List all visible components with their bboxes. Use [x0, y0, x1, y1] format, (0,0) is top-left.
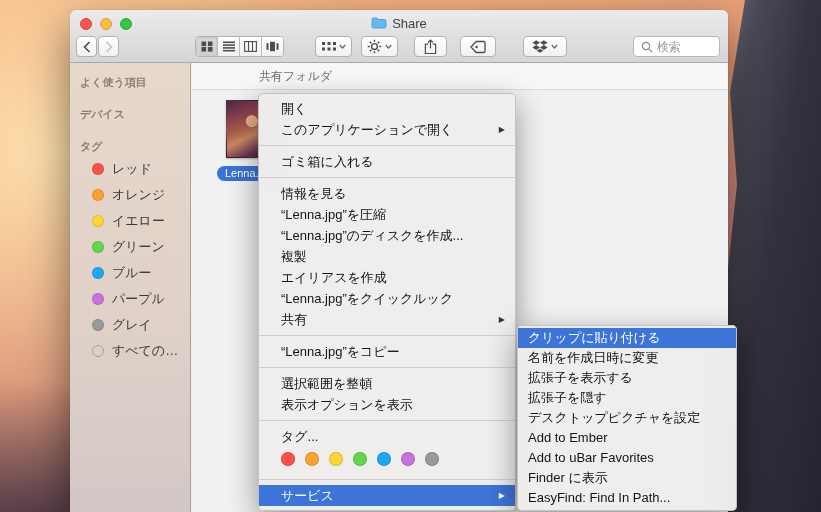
chevron-down-icon: [385, 44, 392, 49]
back-button[interactable]: [76, 36, 97, 57]
tag-label: ブルー: [112, 264, 152, 282]
context-menu: 開く このアプリケーションで開く ゴミ箱に入れる 情報を見る “Lenna.jp…: [258, 93, 516, 511]
action-button[interactable]: [361, 36, 398, 57]
menu-separator: [259, 177, 515, 178]
list-view-icon: [223, 41, 235, 52]
gear-icon: [367, 39, 382, 54]
chevron-down-icon: [551, 44, 558, 49]
menu-tag-dot-purple[interactable]: [401, 452, 415, 466]
window-title: Share: [392, 16, 427, 31]
menu-item-tags[interactable]: タグ...: [259, 426, 515, 447]
folder-icon: [371, 17, 387, 29]
menu-item-services[interactable]: サービス: [259, 485, 515, 506]
chevron-down-icon: [339, 44, 346, 49]
tag-dot-all-icon: [92, 345, 104, 357]
share-button[interactable]: [414, 36, 447, 57]
menu-tag-dot-red[interactable]: [281, 452, 295, 466]
search-field[interactable]: [633, 36, 720, 57]
menu-separator: [259, 145, 515, 146]
arrange-button[interactable]: [315, 36, 352, 57]
menu-separator: [259, 479, 515, 480]
submenu-item-add-to-ember[interactable]: Add to Ember: [518, 428, 736, 448]
window-title-area: Share: [70, 15, 728, 31]
sidebar: よく使う項目 デバイス タグ レッド オレンジ イエロー グリーン ブルー パー…: [70, 63, 191, 512]
submenu-item-add-to-ubar-favorites[interactable]: Add to uBar Favorites: [518, 448, 736, 468]
menu-item-make-alias[interactable]: エイリアスを作成: [259, 267, 515, 288]
tag-label: オレンジ: [112, 186, 165, 204]
menu-tag-dot-gray[interactable]: [425, 452, 439, 466]
submenu-item-rename-to-creation-date[interactable]: 名前を作成日時に変更: [518, 348, 736, 368]
menu-item-quick-look[interactable]: “Lenna.jpg”をクイックルック: [259, 288, 515, 309]
tag-label: イエロー: [112, 212, 165, 230]
menu-separator: [259, 335, 515, 336]
tag-label: グレイ: [112, 316, 152, 334]
dropbox-button[interactable]: [523, 36, 567, 57]
view-list-button[interactable]: [218, 37, 240, 56]
sidebar-header-favorites: よく使う項目: [70, 73, 190, 92]
columns-view-icon: [244, 41, 257, 52]
coverflow-view-icon: [266, 41, 279, 52]
tag-label: グリーン: [112, 238, 165, 256]
tag-button[interactable]: [460, 36, 496, 57]
submenu-item-show-extension[interactable]: 拡張子を表示する: [518, 368, 736, 388]
menu-item-share[interactable]: 共有: [259, 309, 515, 330]
menu-item-duplicate[interactable]: 複製: [259, 246, 515, 267]
menu-item-open-with[interactable]: このアプリケーションで開く: [259, 119, 515, 140]
tag-label: すべての…: [112, 342, 178, 360]
submenu-item-paste-to-clip[interactable]: クリップに貼り付ける: [518, 328, 736, 348]
tag-dot-gray-icon: [92, 319, 104, 331]
tag-label: レッド: [112, 160, 152, 178]
services-submenu: クリップに貼り付ける 名前を作成日時に変更 拡張子を表示する 拡張子を隠す デス…: [517, 325, 737, 511]
menu-item-clean-up-selection[interactable]: 選択範囲を整頓: [259, 373, 515, 394]
menu-tag-dot-yellow[interactable]: [329, 452, 343, 466]
sidebar-item-tag-red[interactable]: レッド: [70, 156, 190, 182]
submenu-item-easyfind[interactable]: EasyFind: Find In Path...: [518, 488, 736, 508]
sidebar-item-all-tags[interactable]: すべての…: [70, 338, 190, 364]
menu-item-compress[interactable]: “Lenna.jpg”を圧縮: [259, 204, 515, 225]
tag-dot-blue-icon: [92, 267, 104, 279]
window-chrome: Share: [70, 10, 728, 63]
view-coverflow-button[interactable]: [262, 37, 283, 56]
grid-view-icon: [201, 41, 213, 52]
tag-dot-orange-icon: [92, 189, 104, 201]
tag-label: パープル: [112, 290, 165, 308]
menu-item-move-to-trash[interactable]: ゴミ箱に入れる: [259, 151, 515, 172]
sidebar-item-tag-blue[interactable]: ブルー: [70, 260, 190, 286]
menu-tag-dots: [259, 447, 515, 474]
sidebar-item-tag-green[interactable]: グリーン: [70, 234, 190, 260]
menu-tag-dot-blue[interactable]: [377, 452, 391, 466]
search-input[interactable]: [634, 37, 719, 56]
forward-button[interactable]: [98, 36, 119, 57]
tag-dot-red-icon: [92, 163, 104, 175]
chevron-left-icon: [83, 41, 91, 53]
dropbox-icon: [532, 40, 548, 54]
arrange-icon: [322, 42, 336, 51]
menu-item-open[interactable]: 開く: [259, 98, 515, 119]
submenu-item-show-in-finder[interactable]: Finder に表示: [518, 468, 736, 488]
submenu-item-set-desktop-picture[interactable]: デスクトップピクチャを設定: [518, 408, 736, 428]
sidebar-header-devices: デバイス: [70, 105, 190, 124]
menu-item-get-info[interactable]: 情報を見る: [259, 183, 515, 204]
sidebar-item-tag-yellow[interactable]: イエロー: [70, 208, 190, 234]
menu-tag-dot-green[interactable]: [353, 452, 367, 466]
menu-separator: [259, 367, 515, 368]
submenu-item-hide-extension[interactable]: 拡張子を隠す: [518, 388, 736, 408]
tag-dot-green-icon: [92, 241, 104, 253]
sidebar-item-tag-gray[interactable]: グレイ: [70, 312, 190, 338]
view-switcher: [195, 36, 284, 57]
menu-item-copy[interactable]: “Lenna.jpg”をコピー: [259, 341, 515, 362]
menu-separator: [259, 420, 515, 421]
content-header: 共有フォルダ: [192, 63, 728, 90]
tag-dot-yellow-icon: [92, 215, 104, 227]
menu-item-burn-disc[interactable]: “Lenna.jpg”のディスクを作成...: [259, 225, 515, 246]
sidebar-header-tags: タグ: [70, 137, 190, 156]
view-columns-button[interactable]: [240, 37, 262, 56]
sidebar-item-tag-orange[interactable]: オレンジ: [70, 182, 190, 208]
menu-tag-dot-orange[interactable]: [305, 452, 319, 466]
sidebar-item-tag-purple[interactable]: パープル: [70, 286, 190, 312]
view-icons-button[interactable]: [196, 37, 218, 56]
menu-item-show-view-options[interactable]: 表示オプションを表示: [259, 394, 515, 415]
share-icon: [424, 39, 437, 55]
tag-dot-purple-icon: [92, 293, 104, 305]
chevron-right-icon: [105, 41, 113, 53]
